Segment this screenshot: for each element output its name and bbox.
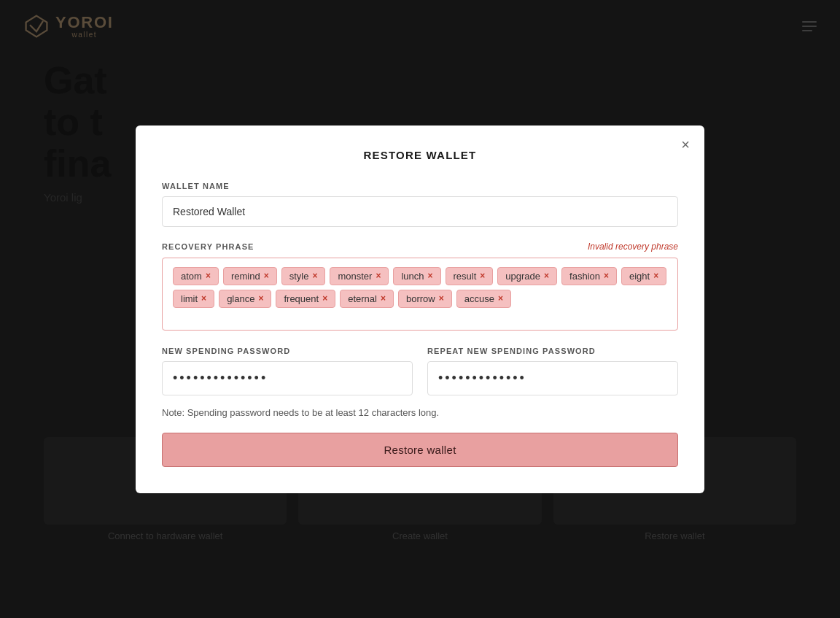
recovery-phrase-section: RECOVERY PHRASE Invalid recovery phrase … (162, 242, 678, 331)
wallet-name-input[interactable] (162, 196, 678, 227)
recovery-tag: eight× (621, 267, 666, 285)
tag-remove-button[interactable]: × (264, 271, 269, 281)
tag-remove-button[interactable]: × (439, 293, 444, 304)
tag-word: lunch (401, 271, 424, 282)
recovery-tag: atom× (173, 267, 219, 285)
tag-remove-button[interactable]: × (480, 271, 485, 281)
recovery-tag: borrow× (398, 290, 452, 308)
tag-word: monster (338, 271, 372, 282)
tag-word: accuse (464, 293, 494, 304)
password-row: NEW SPENDING PASSWORD REPEAT NEW SPENDIN… (162, 347, 678, 395)
new-password-column: NEW SPENDING PASSWORD (162, 347, 413, 395)
new-password-input[interactable] (162, 361, 413, 395)
tag-word: result (454, 271, 477, 282)
invalid-phrase-message: Invalid recovery phrase (588, 242, 678, 252)
tag-word: remind (231, 271, 260, 282)
tag-remove-button[interactable]: × (312, 271, 317, 281)
password-note: Note: Spending password needs to be at l… (162, 407, 678, 418)
recovery-tag: result× (446, 267, 494, 285)
restore-wallet-button[interactable]: Restore wallet (162, 433, 678, 467)
recovery-tag: upgrade× (497, 267, 557, 285)
repeat-password-column: REPEAT NEW SPENDING PASSWORD (427, 347, 678, 395)
recovery-phrase-box[interactable]: atom×remind×style×monster×lunch×result×u… (162, 258, 678, 331)
recovery-tag: remind× (223, 267, 277, 285)
modal-overlay: RESTORE WALLET × WALLET NAME RECOVERY PH… (0, 0, 840, 618)
tag-word: frequent (284, 293, 319, 304)
restore-wallet-modal: RESTORE WALLET × WALLET NAME RECOVERY PH… (136, 125, 704, 493)
repeat-password-label: REPEAT NEW SPENDING PASSWORD (427, 347, 678, 355)
recovery-tag: frequent× (276, 290, 335, 308)
recovery-tag: eternal× (340, 290, 394, 308)
tag-remove-button[interactable]: × (428, 271, 433, 281)
tag-word: style (289, 271, 309, 282)
tag-word: upgrade (505, 271, 540, 282)
modal-title: RESTORE WALLET (162, 149, 678, 161)
tag-word: limit (181, 293, 198, 304)
tag-remove-button[interactable]: × (381, 293, 386, 304)
recovery-tag: lunch× (393, 267, 440, 285)
tag-remove-button[interactable]: × (258, 293, 263, 304)
recovery-tag: style× (281, 267, 326, 285)
tag-word: eternal (348, 293, 377, 304)
tag-remove-button[interactable]: × (604, 271, 609, 281)
new-password-label: NEW SPENDING PASSWORD (162, 347, 413, 355)
recovery-tag: accuse× (456, 290, 511, 308)
tag-remove-button[interactable]: × (653, 271, 658, 281)
recovery-tag: glance× (219, 290, 271, 308)
tag-word: fashion (569, 271, 600, 282)
tag-remove-button[interactable]: × (498, 293, 503, 304)
recovery-phrase-label: RECOVERY PHRASE (162, 242, 254, 251)
tag-remove-button[interactable]: × (322, 293, 327, 304)
recovery-tag: monster× (330, 267, 389, 285)
tag-remove-button[interactable]: × (201, 293, 206, 304)
tag-remove-button[interactable]: × (544, 271, 549, 281)
tag-remove-button[interactable]: × (206, 271, 211, 281)
tag-word: eight (629, 271, 650, 282)
wallet-name-field: WALLET NAME (162, 182, 678, 227)
recovery-tag: limit× (173, 290, 214, 308)
repeat-password-input[interactable] (427, 361, 678, 395)
tag-word: borrow (406, 293, 435, 304)
tag-remove-button[interactable]: × (376, 271, 381, 281)
close-button[interactable]: × (681, 137, 690, 152)
recovery-tag: fashion× (561, 267, 617, 285)
tag-word: atom (181, 271, 202, 282)
wallet-name-label: WALLET NAME (162, 182, 678, 190)
tag-word: glance (227, 293, 254, 304)
